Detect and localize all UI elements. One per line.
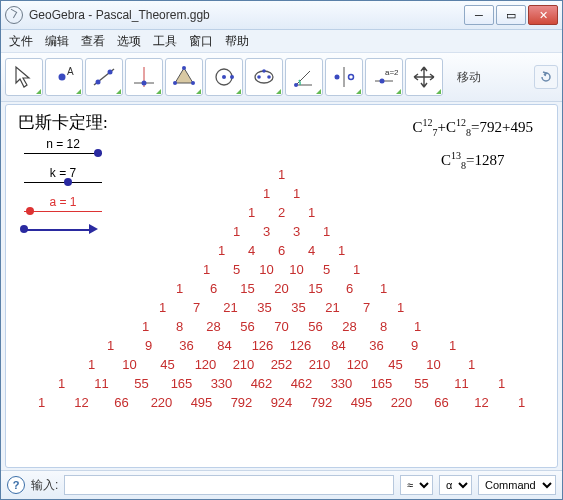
formula-1: C127+C128=792+495 <box>413 115 533 140</box>
triangle-cell: 792 <box>302 395 342 410</box>
triangle-cell: 84 <box>206 338 244 353</box>
svg-point-3 <box>96 80 101 85</box>
tool-polygon[interactable] <box>165 58 203 96</box>
triangle-cell: 28 <box>333 319 367 334</box>
triangle-cell: 10 <box>415 357 453 372</box>
triangle-cell: 12 <box>62 395 102 410</box>
tool-point[interactable]: A <box>45 58 83 96</box>
svg-point-17 <box>267 75 271 79</box>
triangle-cell: 1 <box>327 243 357 258</box>
triangle-cell: 120 <box>339 357 377 372</box>
input-bar: ? 输入: ≈ α Command … <box>1 470 562 499</box>
triangle-cell: 4 <box>237 243 267 258</box>
triangle-cell: 45 <box>149 357 187 372</box>
svg-point-9 <box>182 66 186 70</box>
triangle-cell: 56 <box>231 319 265 334</box>
triangle-cell: 36 <box>358 338 396 353</box>
triangle-cell: 220 <box>142 395 182 410</box>
close-button[interactable]: ✕ <box>528 5 558 25</box>
graphics-view[interactable]: 巴斯卡定理: n = 12 k = 7 a = 1 C127+C128=792+… <box>5 104 558 468</box>
tool-pan[interactable] <box>405 58 443 96</box>
slider-n-label: n = 12 <box>24 137 102 151</box>
command-input[interactable] <box>64 475 394 495</box>
triangle-cell: 7 <box>180 300 214 315</box>
triangle-cell: 1 <box>42 376 82 391</box>
triangle-cell: 1 <box>267 167 297 182</box>
triangle-cell: 1 <box>252 186 282 201</box>
triangle-cell: 3 <box>252 224 282 239</box>
help-icon[interactable]: ? <box>7 476 25 494</box>
triangle-cell: 1 <box>207 243 237 258</box>
triangle-cell: 9 <box>130 338 168 353</box>
command-select[interactable]: Command … <box>478 475 556 495</box>
svg-point-13 <box>222 75 226 79</box>
menu-tools[interactable]: 工具 <box>153 33 177 50</box>
svg-point-10 <box>191 81 195 85</box>
menu-window[interactable]: 窗口 <box>189 33 213 50</box>
triangle-cell: 7 <box>350 300 384 315</box>
tool-angle[interactable] <box>285 58 323 96</box>
svg-point-0 <box>59 74 66 81</box>
triangle-cell: 1 <box>73 357 111 372</box>
svg-point-11 <box>173 81 177 85</box>
menu-file[interactable]: 文件 <box>9 33 33 50</box>
triangle-cell: 28 <box>197 319 231 334</box>
tool-slider[interactable]: a=2 <box>365 58 403 96</box>
maximize-button[interactable]: ▭ <box>496 5 526 25</box>
triangle-cell: 792 <box>222 395 262 410</box>
redo-button[interactable] <box>534 65 558 89</box>
triangle-cell: 210 <box>225 357 263 372</box>
minimize-button[interactable]: ─ <box>464 5 494 25</box>
triangle-cell: 1 <box>453 357 491 372</box>
menu-view[interactable]: 查看 <box>81 33 105 50</box>
menu-help[interactable]: 帮助 <box>225 33 249 50</box>
triangle-cell: 1 <box>342 262 372 277</box>
triangle-cell: 495 <box>342 395 382 410</box>
triangle-cell: 15 <box>231 281 265 296</box>
triangle-cell: 220 <box>382 395 422 410</box>
menu-options[interactable]: 选项 <box>117 33 141 50</box>
triangle-cell: 9 <box>396 338 434 353</box>
triangle-cell: 495 <box>182 395 222 410</box>
tool-transform[interactable] <box>325 58 363 96</box>
triangle-cell: 1 <box>222 224 252 239</box>
triangle-cell: 1 <box>401 319 435 334</box>
triangle-cell: 21 <box>316 300 350 315</box>
triangle-cell: 20 <box>265 281 299 296</box>
triangle-cell: 11 <box>442 376 482 391</box>
tool-circle[interactable] <box>205 58 243 96</box>
triangle-cell: 1 <box>92 338 130 353</box>
slider-n[interactable]: n = 12 <box>24 137 102 154</box>
triangle-cell: 1 <box>22 395 62 410</box>
triangle-cell: 15 <box>299 281 333 296</box>
svg-point-7 <box>142 81 147 86</box>
triangle-cell: 330 <box>202 376 242 391</box>
tool-line[interactable] <box>85 58 123 96</box>
triangle-cell: 36 <box>168 338 206 353</box>
triangle-cell: 66 <box>102 395 142 410</box>
triangle-cell: 1 <box>297 205 327 220</box>
triangle-cell: 924 <box>262 395 302 410</box>
alpha-select[interactable]: α <box>439 475 472 495</box>
window-title: GeoGebra - Pascal_Theorem.ggb <box>29 8 464 22</box>
tool-conic[interactable] <box>245 58 283 96</box>
triangle-cell: 1 <box>163 281 197 296</box>
triangle-cell: 1 <box>502 395 542 410</box>
menu-edit[interactable]: 编辑 <box>45 33 69 50</box>
triangle-cell: 11 <box>82 376 122 391</box>
tool-perpendicular[interactable] <box>125 58 163 96</box>
pascal-triangle: 1111211331146411510105116152015611721353… <box>6 167 557 461</box>
triangle-cell: 1 <box>237 205 267 220</box>
triangle-cell: 126 <box>244 338 282 353</box>
triangle-cell: 1 <box>146 300 180 315</box>
triangle-cell: 1 <box>367 281 401 296</box>
symbol-select[interactable]: ≈ <box>400 475 433 495</box>
input-label: 输入: <box>31 477 58 494</box>
triangle-cell: 6 <box>267 243 297 258</box>
svg-point-24 <box>380 79 385 84</box>
triangle-cell: 6 <box>197 281 231 296</box>
tool-move[interactable] <box>5 58 43 96</box>
triangle-cell: 35 <box>248 300 282 315</box>
svg-point-21 <box>335 75 340 80</box>
triangle-cell: 120 <box>187 357 225 372</box>
